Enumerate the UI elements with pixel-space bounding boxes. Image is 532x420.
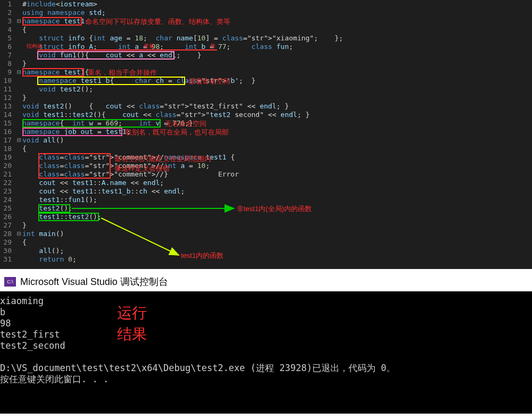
- code-line-23[interactable]: 23 cout << test1::test1_b::ch << endl;: [0, 187, 532, 196]
- anno-redef: 重名，相当于合并操作: [88, 68, 157, 78]
- code-line-21[interactable]: 21 class=class="str">"comment">//} Error: [0, 170, 532, 179]
- anno-arrow-test1: test1内的函数: [181, 251, 223, 261]
- console-line: 98: [0, 318, 532, 329]
- code-line-15[interactable]: 15namespace{ int w = 669; int v = 776;}: [0, 119, 532, 128]
- line-number: 11: [0, 85, 16, 94]
- line-number: 3: [0, 17, 16, 26]
- line-number: 27: [0, 221, 16, 230]
- line-number: 21: [0, 170, 16, 179]
- code-line-10[interactable]: 10 namespace test1_b{ char ch = class="s…: [0, 77, 532, 85]
- code-line-1[interactable]: 1#include<iostream>: [0, 0, 532, 9]
- code-line-6[interactable]: 6 struct info A; int a = 98; int b = 77;…: [0, 43, 532, 51]
- line-number: 19: [0, 153, 16, 162]
- line-number: 12: [0, 94, 16, 102]
- line-number: 24: [0, 196, 16, 204]
- code-editor[interactable]: 1#include<iostream>2using namespace std;…: [0, 0, 532, 269]
- code-line-17[interactable]: 17⊟void all(): [0, 136, 532, 145]
- anno-struct: 结构体: [27, 43, 43, 50]
- line-number: 20: [0, 162, 16, 170]
- code-line-31[interactable]: 31 return 0;: [0, 255, 532, 264]
- line-number: 29: [0, 238, 16, 247]
- fold-icon[interactable]: ⊟: [16, 230, 22, 238]
- line-number: 22: [0, 179, 16, 187]
- line-number: 28: [0, 230, 16, 238]
- code-line-18[interactable]: 18{: [0, 145, 532, 153]
- line-number: 2: [0, 9, 16, 17]
- console-panel: C:\ Microsoft Visual Studio 调试控制台 xiaomi…: [0, 272, 532, 414]
- console-output[interactable]: xiaomingb98test2_firsttest2_second D:\VS…: [0, 291, 532, 414]
- fold-icon[interactable]: ⊟: [16, 136, 22, 145]
- anno-global2: 像这样定义会报错: [114, 164, 170, 173]
- console-line: xiaoming: [0, 296, 532, 307]
- line-number: 13: [0, 102, 16, 111]
- console-prompt-line: 按任意键关闭此窗口. . .: [0, 374, 532, 385]
- console-line: b: [0, 307, 532, 318]
- code-line-27[interactable]: 27}: [0, 221, 532, 230]
- anno-alias: 取别名，既可在全局，也可在局部: [125, 128, 229, 137]
- console-line: test2_first: [0, 329, 532, 340]
- code-line-12[interactable]: 12}: [0, 94, 532, 102]
- note-result: 结果: [117, 329, 147, 340]
- line-number: 31: [0, 255, 16, 264]
- line-number: 23: [0, 187, 16, 196]
- console-exit-line: D:\VS_document\test\test2\x64\Debug\test…: [0, 363, 532, 374]
- code-line-22[interactable]: 22 cout << test1::A.name << endl;: [0, 179, 532, 187]
- anno-nested: 嵌套命名空间: [189, 77, 230, 86]
- code-line-3[interactable]: 3⊟namespace test1: [0, 17, 532, 26]
- anno-ns-explain: 命名空间下可以存放变量、函数、结构体、类等: [85, 17, 230, 27]
- anno-global1: 命名空间只能定义在全局范围内: [114, 154, 211, 164]
- code-line-29[interactable]: 29{: [0, 238, 532, 247]
- anno-var: 变量: [144, 43, 154, 50]
- line-number: 4: [0, 26, 16, 34]
- line-number: 16: [0, 128, 16, 136]
- line-number: 26: [0, 213, 16, 221]
- fold-icon[interactable]: ⊟: [16, 17, 22, 26]
- code-line-13[interactable]: 13void test2() { cout << class="str">"te…: [0, 102, 532, 111]
- console-title-bar: C:\ Microsoft Visual Studio 调试控制台: [0, 272, 532, 291]
- code-line-30[interactable]: 30 all();: [0, 247, 532, 255]
- line-number: 7: [0, 51, 16, 60]
- line-number: 15: [0, 119, 16, 128]
- line-number: 10: [0, 77, 16, 85]
- code-line-28[interactable]: 28⊟int main(): [0, 230, 532, 238]
- code-line-20[interactable]: 20 class=class="str">"comment">//int a =…: [0, 162, 532, 170]
- code-line-14[interactable]: 14void test1::test2(){ cout << class="st…: [0, 111, 532, 119]
- code-line-16[interactable]: 16namespace job_out = test1;: [0, 128, 532, 136]
- line-number: 30: [0, 247, 16, 255]
- line-number: 9: [0, 68, 16, 77]
- line-number: 17: [0, 136, 16, 145]
- code-line-5[interactable]: 5 struct info {int age = 18; char name[1…: [0, 34, 532, 43]
- code-line-9[interactable]: 9⊟namespace test1{: [0, 68, 532, 77]
- note-run: 运行: [117, 307, 147, 318]
- code-line-26[interactable]: 26 test1::test2();: [0, 213, 532, 221]
- code-line-11[interactable]: 11 void test2();: [0, 85, 532, 94]
- code-line-7[interactable]: 7 void fun1(){ cout << a << endl; }: [0, 51, 532, 60]
- line-number: 25: [0, 204, 16, 213]
- anno-arrow-global: 非test1内(全局)内的函数: [237, 204, 312, 214]
- line-number: 18: [0, 145, 16, 153]
- anno-class: 类: [210, 43, 215, 50]
- line-number: 14: [0, 111, 16, 119]
- code-line-24[interactable]: 24 test1::fun1();: [0, 196, 532, 204]
- code-line-4[interactable]: 4{: [0, 26, 532, 34]
- console-line: test2_second: [0, 340, 532, 351]
- code-line-2[interactable]: 2using namespace std;: [0, 9, 532, 17]
- console-icon: C:\: [4, 277, 16, 287]
- line-number: 5: [0, 34, 16, 43]
- code-line-19[interactable]: 19 class=class="str">"comment">//namespa…: [0, 153, 532, 162]
- line-number: 1: [0, 0, 16, 9]
- fold-icon[interactable]: ⊟: [16, 68, 22, 77]
- code-line-8[interactable]: 8}: [0, 60, 532, 68]
- line-number: 6: [0, 43, 16, 51]
- line-number: 8: [0, 60, 16, 68]
- console-title: Microsoft Visual Studio 调试控制台: [20, 275, 168, 288]
